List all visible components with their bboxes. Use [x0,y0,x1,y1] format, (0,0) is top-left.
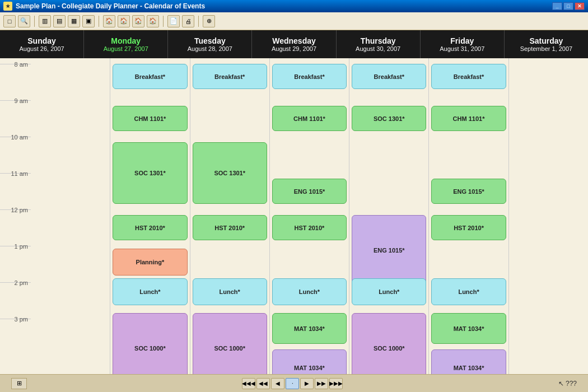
toolbar-btn-home3[interactable]: 🏠 [132,15,144,27]
day-col-tuesday: Breakfast* SOC 1301* HST 2010* Lunch* SO… [190,58,270,374]
day-header-saturday: Saturday September 1, 2007 [505,30,588,58]
day-col-monday: Breakfast* CHM 1101* SOC 1301* HST 2010*… [110,58,190,374]
event-monday-soc1301[interactable]: SOC 1301* [113,142,187,204]
toolbar-sep-3 [163,16,164,27]
event-wednesday-lunch[interactable]: Lunch* [272,278,347,305]
toolbar-btn-print[interactable]: 🖨 [182,15,194,27]
print-button[interactable]: ⊞ [11,378,27,389]
toolbar-btn-target[interactable]: ⊕ [203,15,215,27]
nav-last-button[interactable]: ▶▶▶ [329,378,343,389]
day-header-friday: Friday August 31, 2007 [421,30,505,58]
event-wednesday-chm1101[interactable]: CHM 1101* [272,106,347,131]
event-friday-chm1101[interactable]: CHM 1101* [431,106,506,131]
event-monday-soc1000[interactable]: SOC 1000* [113,313,187,374]
nav-next-button[interactable]: ▶ [300,378,314,389]
toolbar-btn-home1[interactable]: 🏠 [103,15,115,27]
main-area: Sunday August 26, 2007 Monday August 27,… [0,30,588,374]
event-monday-planning[interactable]: Planning* [113,249,187,276]
event-friday-mat1034a[interactable]: MAT 1034* [431,313,506,344]
nav-next-many-button[interactable]: ▶▶ [315,378,328,389]
event-friday-lunch[interactable]: Lunch* [431,278,506,305]
day-header-thursday: Thursday August 30, 2007 [337,30,421,58]
toolbar-sep-2 [99,16,99,27]
nav-prev-button[interactable]: ◀ [271,378,284,389]
nav-first-button[interactable]: ◀◀◀ [242,378,255,389]
cursor-info: ↖ ??? [558,380,577,388]
window-title: Sample Plan - Collegiate Daily Planner -… [16,2,551,10]
maximize-button[interactable]: □ [563,2,573,10]
event-friday-eng1015[interactable]: ENG 1015* [431,179,506,204]
toolbar-btn-doc[interactable]: 📄 [167,15,180,27]
event-wednesday-eng1015[interactable]: ENG 1015* [272,179,347,204]
day-col-saturday [509,58,588,374]
day-col-sunday [31,58,110,374]
toolbar-btn-4[interactable]: ▤ [53,15,66,27]
day-col-friday: Breakfast* CHM 1101* ENG 1015* HST 2010*… [429,58,508,374]
toolbar-btn-3[interactable]: ▥ [39,15,51,27]
event-thursday-lunch[interactable]: Lunch* [352,278,426,305]
event-tuesday-hst2010[interactable]: HST 2010* [193,215,267,240]
title-bar: ★ Sample Plan - Collegiate Daily Planner… [0,0,588,12]
event-thursday-eng1015[interactable]: ENG 1015* [352,215,426,285]
toolbar-btn-search[interactable]: 🔍 [18,15,30,27]
event-friday-mat1034b[interactable]: MAT 1034* [431,349,506,374]
event-thursday-breakfast[interactable]: Breakfast* [352,64,426,89]
toolbar-btn-5[interactable]: ▦ [68,15,80,27]
time-10am: 10 am [0,137,31,173]
event-friday-hst2010[interactable]: HST 2010* [431,215,506,240]
event-wednesday-breakfast[interactable]: Breakfast* [272,64,347,89]
time-2pm: 2 pm [0,282,31,319]
minimize-button[interactable]: _ [552,2,562,10]
event-monday-hst2010[interactable]: HST 2010* [113,215,187,240]
event-wednesday-mat1034b[interactable]: MAT 1034* [272,349,347,374]
nav-today-button[interactable]: · [286,378,299,389]
navigation-controls: ◀◀◀ ◀◀ ◀ · ▶ ▶▶ ▶▶▶ [241,378,343,389]
event-monday-chm1101[interactable]: CHM 1101* [113,106,187,131]
toolbar-btn-6[interactable]: ▣ [82,15,95,27]
nav-prev-many-button[interactable]: ◀◀ [256,378,270,389]
day-col-thursday: Breakfast* SOC 1301* ENG 1015* Lunch* SO… [349,58,429,374]
time-column: 8 am 9 am 10 am 11 am 12 pm 1 pm 2 pm 3 … [0,58,31,374]
time-1pm: 1 pm [0,246,31,282]
event-wednesday-mat1034a[interactable]: MAT 1034* [272,313,347,344]
events-area[interactable]: 8 am 9 am 10 am 11 am 12 pm 1 pm 2 pm 3 … [0,58,588,374]
toolbar-btn-home4[interactable]: 🏠 [147,15,159,27]
event-tuesday-breakfast[interactable]: Breakfast* [193,64,267,89]
event-wednesday-hst2010[interactable]: HST 2010* [272,215,347,240]
event-friday-breakfast[interactable]: Breakfast* [431,64,506,89]
time-9am: 9 am [0,100,31,137]
toolbar-btn-1[interactable]: □ [3,15,16,27]
day-header-wednesday: Wednesday August 29, 2007 [252,30,336,58]
day-header-monday: Monday August 27, 2007 [84,30,168,58]
event-thursday-soc1000[interactable]: SOC 1000* [352,313,426,374]
app-icon: ★ [3,2,12,11]
event-monday-lunch[interactable]: Lunch* [113,278,187,305]
day-headers: Sunday August 26, 2007 Monday August 27,… [0,30,588,58]
event-tuesday-soc1301[interactable]: SOC 1301* [193,142,267,204]
event-tuesday-soc1000[interactable]: SOC 1000* [193,313,267,374]
day-header-tuesday: Tuesday August 28, 2007 [168,30,252,58]
event-thursday-soc1301[interactable]: SOC 1301* [352,106,426,131]
time-12pm: 12 pm [0,209,31,246]
time-8am: 8 am [0,64,31,100]
day-header-sunday: Sunday August 26, 2007 [0,30,84,58]
event-tuesday-lunch[interactable]: Lunch* [193,278,267,305]
toolbar: □ 🔍 ▥ ▤ ▦ ▣ 🏠 🏠 🏠 🏠 📄 🖨 ⊕ [0,12,588,30]
day-col-wednesday: Breakfast* CHM 1101* ENG 1015* HST 2010*… [270,58,349,374]
close-button[interactable]: ✕ [575,2,585,10]
toolbar-sep-4 [198,16,199,27]
day-columns: Breakfast* CHM 1101* SOC 1301* HST 2010*… [31,58,588,374]
bottom-bar: ⊞ ◀◀◀ ◀◀ ◀ · ▶ ▶▶ ▶▶▶ ↖ ??? [0,374,588,392]
toolbar-btn-home2[interactable]: 🏠 [118,15,130,27]
toolbar-sep-1 [34,16,35,27]
time-3pm: 3 pm [0,319,31,355]
calendar: Sunday August 26, 2007 Monday August 27,… [0,30,588,374]
time-11am: 11 am [0,173,31,209]
event-monday-breakfast[interactable]: Breakfast* [113,64,187,89]
